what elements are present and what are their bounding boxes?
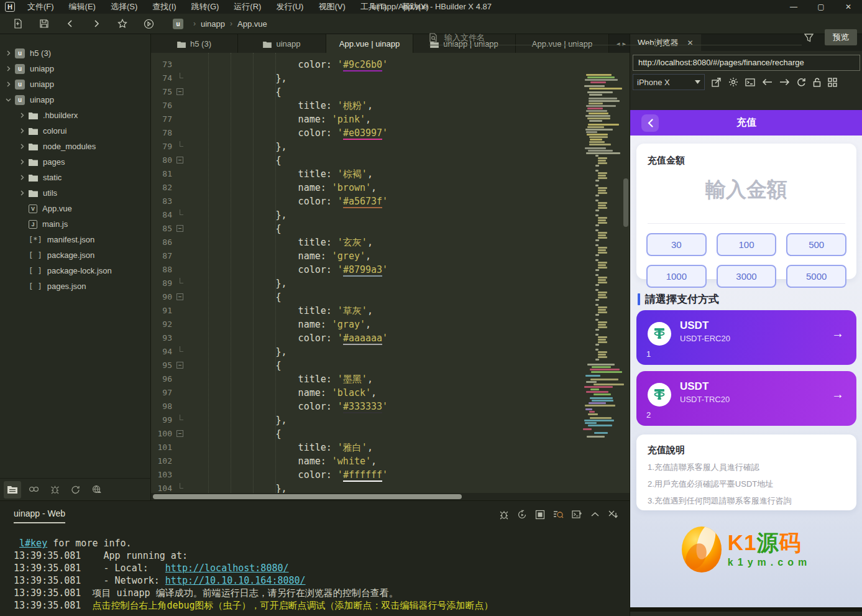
tree-item-colorui[interactable]: colorui bbox=[0, 123, 150, 139]
preset-amount-500[interactable]: 500 bbox=[786, 233, 846, 256]
new-file-icon[interactable] bbox=[10, 16, 26, 32]
maximize-button[interactable]: ▢ bbox=[807, 0, 835, 14]
save-icon[interactable] bbox=[36, 16, 52, 32]
payment-method-USDT-ERC20[interactable]: USDT USDT-ERC20 → 1 bbox=[636, 310, 856, 365]
preset-amount-5000[interactable]: 5000 bbox=[786, 265, 846, 288]
menu-item-2[interactable]: 选择(S) bbox=[104, 0, 144, 14]
console-restart-icon[interactable] bbox=[517, 508, 527, 520]
chevron-right-icon[interactable] bbox=[5, 81, 11, 87]
minimize-button[interactable]: — bbox=[780, 0, 807, 14]
console-collapse-icon[interactable] bbox=[590, 508, 600, 520]
globe-icon[interactable] bbox=[88, 481, 106, 499]
nav-forward-icon[interactable] bbox=[779, 78, 790, 86]
debug-icon[interactable] bbox=[46, 481, 63, 499]
editor-tab-1[interactable]: uinapp bbox=[238, 34, 326, 53]
console-stop-icon[interactable] bbox=[535, 508, 545, 520]
nav-back-icon[interactable] bbox=[762, 78, 773, 86]
tree-project-uinapp[interactable]: uuinapp bbox=[0, 92, 150, 108]
chevron-right-icon[interactable] bbox=[19, 144, 25, 149]
close-button[interactable]: ✕ bbox=[835, 0, 862, 14]
open-external-icon[interactable] bbox=[712, 78, 722, 87]
console-terminal-icon[interactable] bbox=[572, 508, 582, 520]
menu-item-1[interactable]: 编辑(E) bbox=[63, 0, 102, 14]
console-search-icon[interactable] bbox=[553, 508, 564, 520]
tree-item-App-vue[interactable]: VApp.vue bbox=[0, 201, 150, 216]
forward-icon[interactable] bbox=[88, 16, 104, 32]
console-clear-icon[interactable] bbox=[608, 508, 618, 520]
filter-icon[interactable] bbox=[804, 32, 814, 43]
fold-marker[interactable]: − bbox=[177, 225, 183, 232]
editor-tab-0[interactable]: h5 (3) bbox=[151, 34, 238, 53]
explorer-icon[interactable] bbox=[4, 481, 21, 499]
method-network: USDT-ERC20 bbox=[680, 334, 730, 343]
fold-marker[interactable]: − bbox=[177, 293, 183, 300]
console-tab[interactable]: uinapp - Web bbox=[14, 508, 65, 523]
notes-card: 充值說明 1.充值請聯系客服人員進行確認2.用戶充值必須確認平臺USDT地址3.… bbox=[636, 434, 856, 510]
back-button[interactable] bbox=[641, 114, 659, 132]
preset-amount-100[interactable]: 100 bbox=[717, 233, 777, 256]
tree-project-uniapp[interactable]: uuniapp bbox=[0, 61, 150, 76]
tree-project-h5-3-[interactable]: uh5 (3) bbox=[0, 45, 150, 61]
chevron-right-icon[interactable] bbox=[19, 159, 25, 165]
console-link[interactable]: l#key bbox=[19, 538, 47, 549]
amount-input[interactable]: 輸入金額 bbox=[636, 176, 856, 204]
search-icon[interactable] bbox=[25, 481, 42, 499]
tree-project-uniapp[interactable]: uuniapp bbox=[0, 76, 150, 92]
chevron-right-icon[interactable] bbox=[19, 128, 25, 134]
tree-item-utils[interactable]: utils bbox=[0, 185, 150, 201]
sync-icon[interactable] bbox=[67, 481, 85, 499]
star-icon[interactable] bbox=[114, 16, 131, 32]
breadcrumb-file[interactable]: App.vue bbox=[237, 19, 267, 29]
preview-button[interactable]: 预览 bbox=[825, 29, 857, 45]
console-window-icon[interactable] bbox=[745, 78, 755, 87]
device-select[interactable]: iPhone X bbox=[633, 74, 705, 90]
fold-marker[interactable]: − bbox=[177, 430, 183, 437]
chevron-right-icon[interactable] bbox=[5, 50, 11, 56]
fold-marker[interactable]: − bbox=[177, 157, 183, 163]
tree-item-pages-json[interactable]: [ ]pages.json bbox=[0, 278, 150, 294]
breadcrumb-project[interactable]: uinapp bbox=[201, 19, 225, 29]
tree-item-manifest-json[interactable]: [*]manifest.json bbox=[0, 232, 150, 247]
preset-amount-1000[interactable]: 1000 bbox=[646, 265, 707, 288]
tree-item-node_modules[interactable]: node_modules bbox=[0, 139, 150, 154]
url-bar[interactable]: http://localhost:8080/#/pages/finance/re… bbox=[633, 55, 860, 71]
menu-item-5[interactable]: 运行(R) bbox=[227, 0, 267, 14]
horizontal-scrollbar[interactable] bbox=[151, 493, 630, 500]
tree-item-static[interactable]: static bbox=[0, 170, 150, 185]
tree-item--hbuilderx[interactable]: .hbuilderx bbox=[0, 108, 150, 123]
settings-gear-icon[interactable] bbox=[728, 77, 738, 87]
menu-item-0[interactable]: 文件(F) bbox=[21, 0, 60, 14]
menu-item-3[interactable]: 查找(I) bbox=[146, 0, 182, 14]
back-icon[interactable] bbox=[62, 16, 78, 32]
chevron-down-icon[interactable] bbox=[5, 97, 11, 103]
fold-marker[interactable]: − bbox=[177, 88, 183, 95]
menu-item-6[interactable]: 发行(U) bbox=[270, 0, 309, 14]
tree-item-package-lock-json[interactable]: [ ]package-lock.json bbox=[0, 263, 150, 278]
code-area[interactable]: 73 color: '#9c26b0'74 },75− {76 title: '… bbox=[151, 53, 630, 493]
horizontal-scroll-thumb[interactable] bbox=[153, 494, 462, 499]
preset-amount-3000[interactable]: 3000 bbox=[717, 265, 777, 288]
breadcrumb[interactable]: u › uinapp › App.vue bbox=[173, 19, 267, 29]
tree-item-main-js[interactable]: Jmain.js bbox=[0, 216, 150, 232]
code-line-77: 77 name: 'pink', bbox=[151, 113, 630, 126]
chevron-right-icon[interactable] bbox=[19, 175, 25, 180]
file-search-input[interactable]: 输入文件名 bbox=[429, 30, 802, 45]
menu-item-4[interactable]: 跳转(G) bbox=[185, 0, 226, 14]
console-link[interactable]: http://localhost:8080/ bbox=[165, 563, 289, 574]
chevron-right-icon[interactable] bbox=[19, 113, 25, 118]
run-icon[interactable] bbox=[140, 16, 157, 32]
refresh-icon[interactable] bbox=[797, 78, 806, 87]
grid-icon[interactable] bbox=[828, 78, 837, 87]
fold-marker[interactable]: − bbox=[177, 362, 183, 369]
tree-item-package-json[interactable]: [ ]package.json bbox=[0, 247, 150, 263]
editor-tab-2[interactable]: App.vue | uinapp bbox=[326, 34, 413, 53]
chevron-right-icon[interactable] bbox=[19, 190, 25, 196]
preset-amount-30[interactable]: 30 bbox=[646, 233, 707, 256]
console-link[interactable]: http://10.10.10.164:8080/ bbox=[165, 575, 306, 586]
menu-item-7[interactable]: 视图(V) bbox=[312, 0, 351, 14]
lock-icon[interactable] bbox=[813, 78, 821, 87]
console-debug-icon[interactable] bbox=[499, 508, 509, 520]
chevron-right-icon[interactable] bbox=[5, 66, 11, 71]
tree-item-pages[interactable]: pages bbox=[0, 154, 150, 170]
payment-method-USDT-TRC20[interactable]: USDT USDT-TRC20 → 2 bbox=[636, 371, 856, 426]
